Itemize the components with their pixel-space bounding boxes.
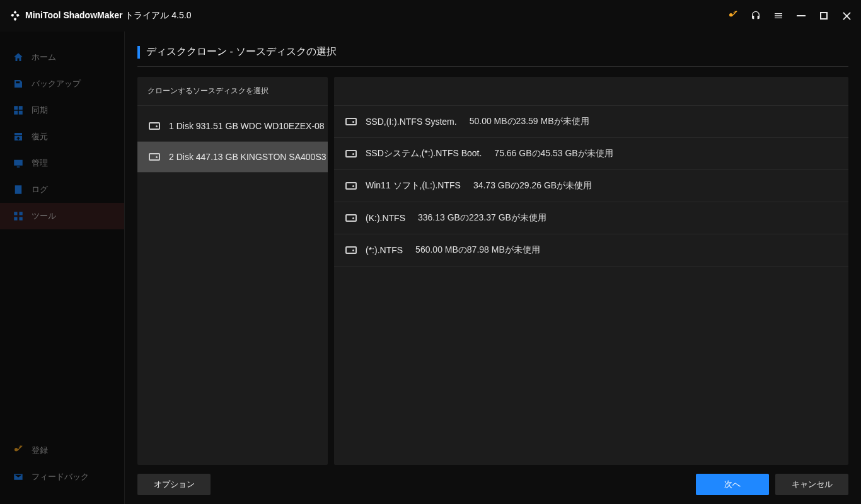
home-icon xyxy=(13,52,24,63)
drive-icon xyxy=(149,153,160,161)
log-icon xyxy=(13,184,24,195)
mail-icon xyxy=(13,471,24,483)
app-logo-icon xyxy=(9,9,21,22)
sidebar-item-feedback[interactable]: フィードバック xyxy=(0,464,124,490)
sidebar-item-label: 同期 xyxy=(32,105,48,116)
partition-row: SSDシステム,(*:).NTFS Boot. 75.66 GBの45.53 G… xyxy=(334,138,848,170)
svg-rect-3 xyxy=(20,212,23,215)
drive-icon xyxy=(345,150,357,158)
sidebar-item-label: ツール xyxy=(32,210,56,222)
drive-icon xyxy=(345,214,357,222)
partition-row: SSD,(I:).NTFS System. 50.00 MBの23.59 MBが… xyxy=(334,106,848,138)
sync-icon xyxy=(13,105,24,116)
partition-label: SSD,(I:).NTFS System. xyxy=(366,117,457,127)
partition-info: 34.73 GBの29.26 GBが未使用 xyxy=(473,180,592,192)
svg-rect-1 xyxy=(821,13,827,19)
drive-icon xyxy=(345,246,357,254)
svg-rect-5 xyxy=(20,217,23,220)
app-logo: MiniTool ShadowMaker トライアル 4.5.0 xyxy=(9,9,191,22)
partition-info: 75.66 GBの45.53 GBが未使用 xyxy=(494,148,613,159)
disk-list: 1 Disk 931.51 GB WDC WD10EZEX-08 2 Disk … xyxy=(137,106,328,173)
key-icon xyxy=(13,445,24,456)
cancel-button[interactable]: キャンセル xyxy=(775,474,848,495)
minimize-button[interactable] xyxy=(795,10,807,21)
sidebar-item-tools[interactable]: ツール xyxy=(0,203,124,229)
sidebar-item-label: ホーム xyxy=(32,52,56,63)
sidebar-item-home[interactable]: ホーム xyxy=(0,44,124,71)
drive-icon xyxy=(345,182,357,190)
sidebar-item-label: 復元 xyxy=(32,131,48,142)
partition-info: 336.13 GBの223.37 GBが未使用 xyxy=(418,212,546,224)
titlebar: MiniTool ShadowMaker トライアル 4.5.0 xyxy=(0,0,861,32)
menu-icon[interactable] xyxy=(773,10,784,21)
partition-row: (*:).NTFS 560.00 MBの87.98 MBが未使用 xyxy=(334,234,848,266)
panel-header: クローンするソースディスクを選択 xyxy=(137,77,328,106)
disk-row[interactable]: 2 Disk 447.13 GB KINGSTON SA400S3 xyxy=(137,142,328,173)
partition-row: (K:).NTFS 336.13 GBの223.37 GBが未使用 xyxy=(334,202,848,234)
restore-icon xyxy=(13,131,24,142)
disk-label: 1 Disk 931.51 GB WDC WD10EZEX-08 xyxy=(169,121,325,131)
disk-label: 2 Disk 447.13 GB KINGSTON SA400S3 xyxy=(169,152,326,162)
panel-header-spacer xyxy=(334,77,848,106)
sidebar-item-sync[interactable]: 同期 xyxy=(0,97,124,123)
source-disk-panel: クローンするソースディスクを選択 1 Disk 931.51 GB WDC WD… xyxy=(137,77,328,465)
svg-rect-4 xyxy=(14,217,17,220)
register-key-icon[interactable] xyxy=(727,10,739,21)
svg-rect-0 xyxy=(797,15,806,16)
sidebar-item-backup[interactable]: バックアップ xyxy=(0,71,124,97)
accent-bar xyxy=(137,46,140,59)
partition-info: 560.00 MBの87.98 MBが未使用 xyxy=(415,244,540,256)
partition-panel: SSD,(I:).NTFS System. 50.00 MBの23.59 MBが… xyxy=(334,77,848,465)
sidebar-item-label: フィードバック xyxy=(32,471,89,483)
page-title-text: ディスククローン - ソースディスクの選択 xyxy=(146,45,337,59)
svg-rect-2 xyxy=(14,212,17,215)
window-controls xyxy=(727,10,852,21)
tools-icon xyxy=(13,210,24,222)
disk-row[interactable]: 1 Disk 931.51 GB WDC WD10EZEX-08 xyxy=(137,111,328,142)
sidebar-item-label: ログ xyxy=(32,184,48,195)
drive-icon xyxy=(345,118,357,125)
sidebar: ホーム バックアップ 同期 復元 管理 ログ ツール xyxy=(0,32,125,504)
close-button[interactable] xyxy=(841,10,852,21)
partition-label: (K:).NTFS xyxy=(366,213,405,223)
footer: オプション 次へ キャンセル xyxy=(137,465,848,495)
sidebar-item-manage[interactable]: 管理 xyxy=(0,150,124,176)
page-title: ディスククローン - ソースディスクの選択 xyxy=(137,45,848,67)
partition-label: SSDシステム,(*:).NTFS Boot. xyxy=(366,148,482,159)
sidebar-item-restore[interactable]: 復元 xyxy=(0,123,124,150)
partition-row: Win11 ソフト,(L:).NTFS 34.73 GBの29.26 GBが未使… xyxy=(334,170,848,202)
headphone-icon[interactable] xyxy=(750,10,761,21)
sidebar-item-log[interactable]: ログ xyxy=(0,176,124,203)
options-button[interactable]: オプション xyxy=(137,474,211,495)
sidebar-item-register[interactable]: 登録 xyxy=(0,437,124,464)
sidebar-item-label: 管理 xyxy=(32,158,48,169)
backup-icon xyxy=(13,78,24,89)
main-content: ディスククローン - ソースディスクの選択 クローンするソースディスクを選択 1… xyxy=(125,32,861,504)
partition-label: (*:).NTFS xyxy=(366,245,403,255)
sidebar-item-label: バックアップ xyxy=(32,78,81,89)
partition-info: 50.00 MBの23.59 MBが未使用 xyxy=(470,116,589,127)
manage-icon xyxy=(13,158,24,169)
partition-label: Win11 ソフト,(L:).NTFS xyxy=(366,180,461,192)
maximize-button[interactable] xyxy=(818,10,829,21)
next-button[interactable]: 次へ xyxy=(696,474,769,495)
drive-icon xyxy=(149,122,160,130)
sidebar-item-label: 登録 xyxy=(32,445,48,456)
app-title: MiniTool ShadowMaker トライアル 4.5.0 xyxy=(25,10,191,21)
